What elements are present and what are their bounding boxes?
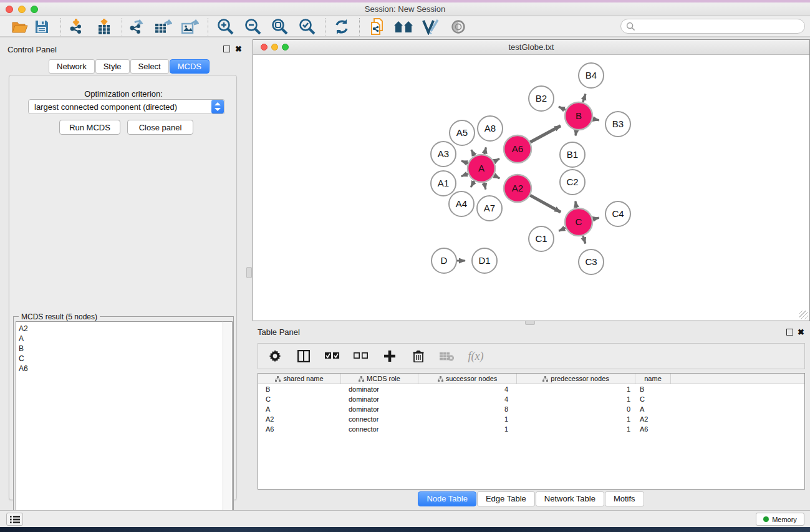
zoom-out-icon[interactable] <box>242 17 263 36</box>
cell[interactable]: A6 <box>258 424 341 434</box>
cell[interactable]: A2 <box>258 414 341 424</box>
cell[interactable]: B <box>258 384 341 394</box>
cell[interactable]: 1 <box>418 414 517 424</box>
cell[interactable]: connector <box>341 424 418 434</box>
edge-A-A7[interactable] <box>485 183 486 190</box>
tab-edge-table[interactable]: Edge Table <box>477 491 535 506</box>
export-network-icon[interactable] <box>126 17 147 36</box>
network-graph[interactable]: AA1A2A3A4A5A6A7A8BB1B2B3B4CC1C2C3C4DD1 <box>253 55 809 321</box>
cell[interactable]: 1 <box>517 394 635 404</box>
edge-A-A8[interactable] <box>485 147 486 154</box>
zoom-selected-icon[interactable] <box>296 17 317 36</box>
cell[interactable]: 4 <box>418 384 517 394</box>
memory-button[interactable]: Memory <box>756 513 804 526</box>
tab-style[interactable]: Style <box>95 59 130 74</box>
save-session-icon[interactable] <box>31 17 52 36</box>
table-header-row[interactable]: shared nameMCDS rolesuccessor nodesprede… <box>258 374 804 384</box>
cell[interactable]: 0 <box>517 404 635 414</box>
mcds-list-scrollbar[interactable] <box>223 321 233 526</box>
cell[interactable]: C <box>635 394 671 404</box>
edge-B-B2[interactable] <box>559 107 566 110</box>
zoom-in-icon[interactable] <box>215 17 236 36</box>
table-row[interactable]: A2connector11A2 <box>258 414 804 424</box>
run-mcds-button[interactable]: Run MCDS <box>59 120 120 135</box>
tab-network[interactable]: Network <box>49 59 95 74</box>
cell[interactable]: A <box>635 404 671 414</box>
cell[interactable]: dominator <box>341 384 418 394</box>
edge-A-A2[interactable] <box>494 175 499 178</box>
float-panel-icon[interactable] <box>786 329 793 336</box>
network-window-titlebar[interactable]: testGlobe.txt <box>253 40 809 55</box>
tab-motifs[interactable]: Motifs <box>605 491 644 506</box>
network-canvas[interactable]: AA1A2A3A4A5A6A7A8BB1B2B3B4CC1C2C3C4DD1 <box>253 55 809 321</box>
cell[interactable]: 1 <box>517 384 635 394</box>
clone-network-icon[interactable] <box>367 17 388 36</box>
cell[interactable]: A2 <box>635 414 671 424</box>
cell[interactable]: 8 <box>418 404 517 414</box>
function-builder-button[interactable]: f(x) <box>468 348 484 364</box>
cell[interactable]: connector <box>341 414 418 424</box>
edge-A-A6[interactable] <box>494 159 499 162</box>
cell[interactable]: 1 <box>517 424 635 434</box>
tab-network-table[interactable]: Network Table <box>536 491 604 506</box>
home-icon[interactable] <box>393 17 414 36</box>
mcds-result-item[interactable]: C <box>19 354 223 364</box>
import-table-icon[interactable] <box>94 17 115 36</box>
tab-mcds[interactable]: MCDS <box>170 59 210 74</box>
column-header-predecessor-nodes[interactable]: predecessor nodes <box>517 374 635 384</box>
export-image-icon[interactable] <box>180 17 201 36</box>
close-panel-icon[interactable]: ✖ <box>798 329 804 336</box>
close-panel-icon[interactable]: ✖ <box>235 46 242 52</box>
deselect-all-rows-icon[interactable] <box>353 348 369 364</box>
edge-A2-C[interactable] <box>530 195 561 212</box>
table-row[interactable]: Adominator80A <box>258 404 804 414</box>
column-header-MCDS-role[interactable]: MCDS role <box>341 374 418 384</box>
edge-B-B1[interactable] <box>576 130 576 136</box>
open-file-icon[interactable] <box>9 17 31 36</box>
edge-C-C4[interactable] <box>593 218 599 219</box>
select-all-rows-icon[interactable] <box>324 348 340 364</box>
edge-A6-B[interactable] <box>530 126 561 142</box>
import-network-icon[interactable] <box>65 17 87 36</box>
cell[interactable]: dominator <box>341 394 418 404</box>
table-row[interactable]: Bdominator41B <box>258 384 804 394</box>
cell[interactable]: B <box>635 384 671 394</box>
minimize-network-button[interactable] <box>271 44 278 51</box>
edge-A-A4[interactable] <box>471 181 475 187</box>
eye-icon[interactable] <box>448 17 469 36</box>
edge-C-C1[interactable] <box>559 228 566 231</box>
edge-C-C2[interactable] <box>576 201 577 208</box>
mcds-result-item[interactable]: A2 <box>19 324 223 334</box>
cell[interactable]: 1 <box>517 414 635 424</box>
delete-column-trash-icon[interactable] <box>410 348 427 364</box>
mcds-result-item[interactable]: A6 <box>19 364 223 374</box>
mcds-result-item[interactable]: B <box>19 344 223 354</box>
minimize-window-button[interactable] <box>18 6 26 13</box>
close-window-button[interactable] <box>6 6 13 13</box>
edge-B-B4[interactable] <box>583 94 586 102</box>
column-header-shared-name[interactable]: shared name <box>258 374 341 384</box>
edge-A-A5[interactable] <box>471 150 475 156</box>
export-table-icon[interactable] <box>153 17 174 36</box>
table-settings-gear-icon[interactable] <box>267 348 283 364</box>
cell[interactable]: 4 <box>418 394 517 404</box>
criterion-dropdown[interactable]: largest connected component (directed) <box>28 99 225 114</box>
tab-select[interactable]: Select <box>130 59 169 74</box>
close-network-button[interactable] <box>261 44 268 51</box>
mcds-result-list[interactable]: A2ABCA6 <box>16 321 223 526</box>
search-field[interactable] <box>620 19 805 34</box>
task-history-button[interactable] <box>6 513 23 526</box>
cell[interactable]: A <box>258 404 341 414</box>
edge-B-B3[interactable] <box>593 119 599 120</box>
edge-A-A1[interactable] <box>461 173 468 176</box>
delete-table-icon[interactable] <box>439 348 455 364</box>
edge-C-C3[interactable] <box>583 236 586 243</box>
column-header-name[interactable]: name <box>635 374 671 384</box>
show-hide-icon[interactable] <box>420 17 441 36</box>
cell[interactable]: A6 <box>635 424 671 434</box>
cell[interactable]: dominator <box>341 404 418 414</box>
zoom-fit-icon[interactable] <box>269 17 290 36</box>
maximize-window-button[interactable] <box>31 6 38 13</box>
refresh-icon[interactable] <box>331 17 352 36</box>
table-rows[interactable]: Bdominator41BCdominator41CAdominator80AA… <box>258 384 804 434</box>
